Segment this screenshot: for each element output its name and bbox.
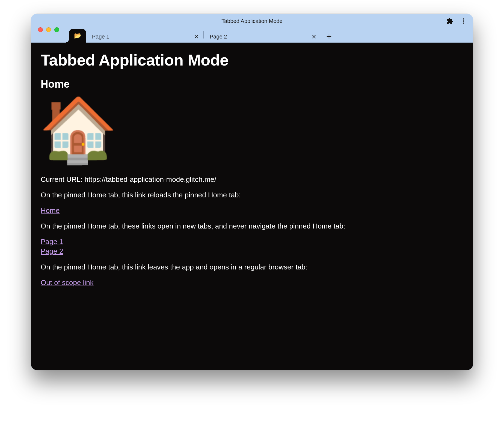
page-subheading: Home <box>41 78 463 90</box>
para-outofscope: On the pinned Home tab, this link leaves… <box>41 262 463 272</box>
title-bar: Tabbed Application Mode 📂 <box>31 14 473 43</box>
svg-point-0 <box>463 18 464 19</box>
para-reload: On the pinned Home tab, this link reload… <box>41 190 463 200</box>
new-tab-button[interactable] <box>323 31 335 43</box>
tab-page-1[interactable]: Page 1 <box>86 31 203 43</box>
svg-point-2 <box>463 22 464 23</box>
page-title: Tabbed Application Mode <box>41 51 463 69</box>
close-icon[interactable] <box>193 33 200 40</box>
current-url-label: Current URL: <box>41 175 84 183</box>
house-icon: 🏠 <box>39 98 463 161</box>
tab-label: Page 1 <box>92 34 190 40</box>
window-title: Tabbed Application Mode <box>221 18 283 24</box>
page-content: Tabbed Application Mode Home 🏠 Current U… <box>31 43 473 370</box>
link-out-of-scope[interactable]: Out of scope link <box>41 278 94 287</box>
pinned-home-tab[interactable]: 📂 <box>69 29 86 43</box>
link-page-1[interactable]: Page 1 <box>41 237 463 247</box>
folder-icon: 📂 <box>74 32 81 39</box>
kebab-menu-icon[interactable] <box>459 17 468 25</box>
tab-strip: 📂 Page 1 Page 2 <box>31 27 473 43</box>
link-home[interactable]: Home <box>41 206 60 215</box>
close-icon[interactable] <box>311 33 317 40</box>
link-page-2[interactable]: Page 2 <box>41 247 463 256</box>
app-window: Tabbed Application Mode 📂 <box>31 14 473 370</box>
svg-point-1 <box>463 20 464 22</box>
tab-label: Page 2 <box>210 34 308 40</box>
current-url-value: https://tabbed-application-mode.glitch.m… <box>84 175 216 183</box>
extensions-icon[interactable] <box>446 17 454 25</box>
current-url-line: Current URL: https://tabbed-application-… <box>41 175 463 184</box>
para-newtabs: On the pinned Home tab, these links open… <box>41 221 463 231</box>
tab-separator <box>321 31 321 38</box>
tab-page-2[interactable]: Page 2 <box>204 31 321 43</box>
